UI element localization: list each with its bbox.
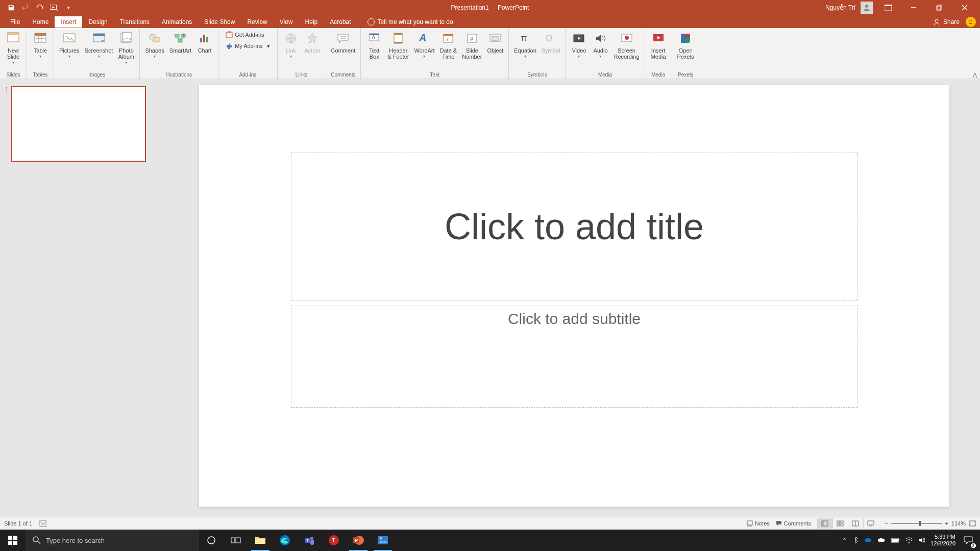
smartart-icon: [172, 30, 188, 46]
tell-me-search[interactable]: Tell me what you want to do: [368, 18, 453, 26]
ribbon-display-icon[interactable]: [878, 1, 898, 15]
taskbar-teams[interactable]: T: [297, 530, 322, 551]
photo-album-button[interactable]: Photo Album▾: [116, 29, 136, 67]
tab-design[interactable]: Design: [82, 16, 113, 28]
comment-button[interactable]: Comment: [329, 29, 358, 55]
tray-battery-icon[interactable]: [891, 537, 900, 543]
video-button[interactable]: Video▾: [569, 29, 589, 61]
pictures-button[interactable]: Pictures▾: [57, 29, 82, 61]
search-icon: [33, 536, 41, 544]
tray-chevron-icon[interactable]: ⌃: [842, 537, 847, 544]
slide-sorter-button[interactable]: [832, 518, 848, 529]
wordart-button[interactable]: A WordArt▾: [412, 29, 436, 61]
tab-help[interactable]: Help: [299, 16, 324, 28]
open-pexels-button[interactable]: Open Pexels: [675, 29, 696, 61]
new-slide-button[interactable]: New Slide▾: [3, 29, 23, 67]
normal-view-button[interactable]: [817, 518, 832, 529]
insert-media-button[interactable]: Insert Media: [648, 29, 669, 61]
smartart-button[interactable]: SmartArt: [167, 29, 193, 55]
save-icon[interactable]: [7, 4, 15, 12]
start-button[interactable]: [0, 530, 26, 551]
task-view-button[interactable]: [224, 530, 248, 551]
fit-to-window-button[interactable]: [969, 520, 976, 527]
tab-file[interactable]: File: [4, 16, 26, 28]
svg-rect-15: [35, 33, 46, 36]
slide-thumbnail-1[interactable]: [11, 86, 146, 162]
minimize-button[interactable]: [903, 1, 924, 15]
comment-icon: [335, 30, 351, 46]
app-name: PowerPoint: [498, 4, 529, 11]
reading-view-button[interactable]: [848, 518, 863, 529]
notes-button[interactable]: Notes: [747, 520, 770, 527]
tab-review[interactable]: Review: [241, 16, 273, 28]
tab-animations[interactable]: Animations: [156, 16, 198, 28]
group-label: Text: [430, 72, 439, 79]
symbol-button[interactable]: Ω Symbol: [540, 29, 562, 55]
title-placeholder[interactable]: Click to add title: [291, 153, 857, 300]
tray-cloud-icon[interactable]: [877, 537, 886, 543]
tray-wifi-icon[interactable]: [905, 537, 913, 543]
slide-thumbnail-pane[interactable]: 1: [0, 79, 163, 517]
tray-volume-icon[interactable]: [918, 537, 925, 544]
close-button[interactable]: [954, 1, 975, 15]
datetime-button[interactable]: 7 Date & Time: [438, 29, 459, 61]
taskbar-photos[interactable]: [371, 530, 395, 551]
taskbar-search[interactable]: Type here to search: [26, 530, 199, 551]
svg-point-1: [865, 5, 868, 8]
link-button[interactable]: Link▾: [281, 29, 301, 61]
collapse-ribbon-icon[interactable]: ⋀: [973, 72, 977, 78]
tab-transitions[interactable]: Transitions: [114, 16, 156, 28]
zoom-in-button[interactable]: +: [945, 520, 948, 527]
chart-button[interactable]: Chart: [194, 29, 215, 55]
taskbar-app-t[interactable]: T: [322, 530, 346, 551]
slide-canvas[interactable]: Click to add title Click to add subtitle: [199, 85, 949, 507]
textbox-button[interactable]: A Text Box: [364, 29, 384, 61]
slideshow-view-button[interactable]: [863, 518, 878, 529]
from-beginning-icon[interactable]: [50, 4, 58, 12]
taskbar-file-explorer[interactable]: [248, 530, 273, 551]
svg-point-10: [969, 20, 970, 21]
tab-slideshow[interactable]: Slide Show: [198, 16, 241, 28]
zoom-percent[interactable]: 114%: [951, 520, 966, 527]
equation-button[interactable]: π Equation▾: [512, 29, 538, 61]
tab-view[interactable]: View: [274, 16, 299, 28]
taskbar-clock[interactable]: 5:39 PM 12/8/2020: [930, 534, 955, 547]
object-icon: [487, 30, 503, 46]
slide-counter[interactable]: Slide 1 of 1: [4, 520, 32, 527]
equation-icon: π: [517, 30, 533, 46]
redo-icon[interactable]: [36, 4, 44, 12]
screenshot-button[interactable]: Screenshot▾: [83, 29, 115, 61]
object-button[interactable]: Object: [485, 29, 505, 55]
comments-button[interactable]: Comments: [776, 520, 811, 527]
action-center-button[interactable]: 2: [961, 533, 976, 548]
tab-insert[interactable]: Insert: [55, 16, 82, 28]
qat-more-icon[interactable]: ▾: [64, 4, 72, 12]
action-button[interactable]: Action: [302, 29, 323, 55]
cortana-button[interactable]: [199, 530, 224, 551]
shapes-button[interactable]: Shapes▾: [143, 29, 166, 61]
taskbar-edge[interactable]: [273, 530, 297, 551]
spellcheck-icon[interactable]: [39, 520, 46, 527]
slide-edit-area[interactable]: Click to add title Click to add subtitle: [163, 79, 980, 517]
share-button[interactable]: Share: [933, 18, 966, 26]
my-addins-button[interactable]: My Add-ins ▾: [226, 42, 270, 49]
tray-bluetooth-icon[interactable]: [852, 537, 859, 544]
zoom-out-button[interactable]: −: [885, 520, 888, 527]
tray-onedrive-icon[interactable]: [864, 537, 872, 543]
undo-icon[interactable]: [21, 4, 30, 12]
get-addins-button[interactable]: Get Add-ins: [226, 31, 270, 38]
tab-acrobat[interactable]: Acrobat: [324, 16, 357, 28]
maximize-button[interactable]: [929, 1, 949, 15]
audio-button[interactable]: Audio▾: [590, 29, 610, 61]
svg-point-100: [909, 542, 910, 543]
tab-home[interactable]: Home: [26, 16, 55, 28]
user-avatar[interactable]: [861, 2, 873, 14]
zoom-slider[interactable]: [891, 523, 942, 524]
screen-recording-button[interactable]: Screen Recording: [611, 29, 641, 61]
slide-number-button[interactable]: # Slide Number: [460, 29, 484, 61]
subtitle-placeholder[interactable]: Click to add subtitle: [291, 306, 857, 408]
header-footer-button[interactable]: Header & Footer: [385, 29, 411, 61]
taskbar-powerpoint[interactable]: P: [346, 530, 371, 551]
feedback-smile-icon[interactable]: [966, 17, 976, 27]
table-button[interactable]: Table▾: [30, 29, 51, 61]
